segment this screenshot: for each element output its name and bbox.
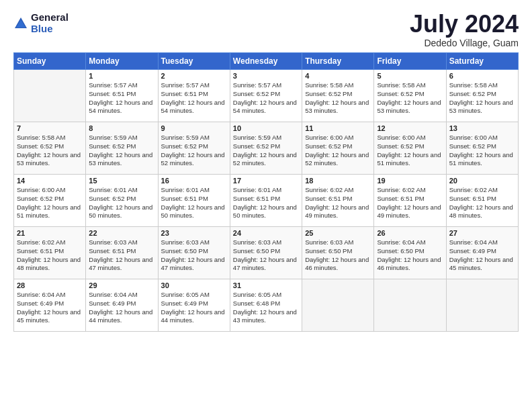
logo-blue: Blue xyxy=(31,24,69,35)
day-number: 30 xyxy=(161,281,227,289)
title-area: July 2024 Dededo Village, Guam xyxy=(410,12,519,48)
cell-info: Sunrise: 6:05 AMSunset: 6:49 PMDaylight:… xyxy=(161,291,227,325)
day-number: 1 xyxy=(89,72,154,80)
table-cell: 28 Sunrise: 6:04 AMSunset: 6:49 PMDaylig… xyxy=(14,279,86,332)
logo: General Blue xyxy=(13,12,69,34)
day-number: 16 xyxy=(161,177,227,185)
location-subtitle: Dededo Village, Guam xyxy=(410,38,519,48)
day-number: 25 xyxy=(305,229,371,237)
header-monday: Monday xyxy=(86,53,158,70)
cell-info: Sunrise: 5:57 AMSunset: 6:52 PMDaylight:… xyxy=(233,81,299,116)
table-cell: 31 Sunrise: 6:05 AMSunset: 6:48 PMDaylig… xyxy=(230,279,302,332)
header: General Blue July 2024 Dededo Village, G… xyxy=(13,12,519,48)
cell-info: Sunrise: 6:05 AMSunset: 6:48 PMDaylight:… xyxy=(233,291,299,325)
table-cell: 11 Sunrise: 6:00 AMSunset: 6:52 PMDaylig… xyxy=(302,122,374,175)
table-cell: 26 Sunrise: 6:04 AMSunset: 6:50 PMDaylig… xyxy=(374,227,446,279)
day-number: 22 xyxy=(89,229,154,237)
cell-info: Sunrise: 5:57 AMSunset: 6:51 PMDaylight:… xyxy=(161,81,227,116)
table-cell: 24 Sunrise: 6:03 AMSunset: 6:50 PMDaylig… xyxy=(230,227,302,279)
cell-info: Sunrise: 6:01 AMSunset: 6:51 PMDaylight:… xyxy=(233,186,299,220)
day-number: 8 xyxy=(89,124,154,132)
page-container: General Blue July 2024 Dededo Village, G… xyxy=(0,0,532,338)
day-number: 27 xyxy=(449,229,515,237)
table-cell: 5 Sunrise: 5:58 AMSunset: 6:52 PMDayligh… xyxy=(374,70,446,122)
day-number: 11 xyxy=(305,124,371,132)
day-number: 19 xyxy=(377,177,443,185)
day-number: 7 xyxy=(17,124,83,132)
cell-info: Sunrise: 6:01 AMSunset: 6:52 PMDaylight:… xyxy=(89,186,154,220)
week-row-4: 21 Sunrise: 6:02 AMSunset: 6:51 PMDaylig… xyxy=(14,227,519,279)
week-row-3: 14 Sunrise: 6:00 AMSunset: 6:52 PMDaylig… xyxy=(14,175,519,227)
day-number: 14 xyxy=(17,177,83,185)
cell-info: Sunrise: 6:03 AMSunset: 6:50 PMDaylight:… xyxy=(233,238,299,273)
table-cell: 14 Sunrise: 6:00 AMSunset: 6:52 PMDaylig… xyxy=(14,175,86,227)
logo-text: General Blue xyxy=(31,12,69,34)
table-cell: 17 Sunrise: 6:01 AMSunset: 6:51 PMDaylig… xyxy=(230,175,302,227)
table-cell xyxy=(374,279,446,332)
cell-info: Sunrise: 6:03 AMSunset: 6:50 PMDaylight:… xyxy=(305,238,371,273)
day-number: 17 xyxy=(233,177,299,185)
cell-info: Sunrise: 5:58 AMSunset: 6:52 PMDaylight:… xyxy=(17,134,83,168)
cell-info: Sunrise: 5:58 AMSunset: 6:52 PMDaylight:… xyxy=(305,81,371,116)
day-number: 18 xyxy=(305,177,371,185)
day-number: 5 xyxy=(377,72,443,80)
table-cell: 1 Sunrise: 5:57 AMSunset: 6:51 PMDayligh… xyxy=(86,70,158,122)
cell-info: Sunrise: 5:57 AMSunset: 6:51 PMDaylight:… xyxy=(89,81,154,116)
table-cell: 19 Sunrise: 6:02 AMSunset: 6:51 PMDaylig… xyxy=(374,175,446,227)
cell-info: Sunrise: 6:01 AMSunset: 6:51 PMDaylight:… xyxy=(161,186,227,220)
table-cell: 15 Sunrise: 6:01 AMSunset: 6:52 PMDaylig… xyxy=(86,175,158,227)
table-cell xyxy=(302,279,374,332)
header-saturday: Saturday xyxy=(446,53,518,70)
table-cell: 20 Sunrise: 6:02 AMSunset: 6:51 PMDaylig… xyxy=(446,175,518,227)
day-number: 29 xyxy=(89,281,154,289)
table-cell: 12 Sunrise: 6:00 AMSunset: 6:52 PMDaylig… xyxy=(374,122,446,175)
cell-info: Sunrise: 6:02 AMSunset: 6:51 PMDaylight:… xyxy=(305,186,371,220)
cell-info: Sunrise: 5:59 AMSunset: 6:52 PMDaylight:… xyxy=(89,134,154,168)
table-cell: 25 Sunrise: 6:03 AMSunset: 6:50 PMDaylig… xyxy=(302,227,374,279)
logo-icon xyxy=(13,16,28,31)
cell-info: Sunrise: 6:02 AMSunset: 6:51 PMDaylight:… xyxy=(17,238,83,273)
day-number: 10 xyxy=(233,124,299,132)
week-row-1: 1 Sunrise: 5:57 AMSunset: 6:51 PMDayligh… xyxy=(14,70,519,122)
calendar-table: Sunday Monday Tuesday Wednesday Thursday… xyxy=(13,52,519,332)
day-number: 24 xyxy=(233,229,299,237)
table-cell: 3 Sunrise: 5:57 AMSunset: 6:52 PMDayligh… xyxy=(230,70,302,122)
day-number: 3 xyxy=(233,72,299,80)
cell-info: Sunrise: 5:58 AMSunset: 6:52 PMDaylight:… xyxy=(377,81,443,116)
table-cell: 9 Sunrise: 5:59 AMSunset: 6:52 PMDayligh… xyxy=(158,122,230,175)
table-cell: 16 Sunrise: 6:01 AMSunset: 6:51 PMDaylig… xyxy=(158,175,230,227)
day-number: 9 xyxy=(161,124,227,132)
table-cell: 27 Sunrise: 6:04 AMSunset: 6:49 PMDaylig… xyxy=(446,227,518,279)
table-cell: 8 Sunrise: 5:59 AMSunset: 6:52 PMDayligh… xyxy=(86,122,158,175)
table-cell: 21 Sunrise: 6:02 AMSunset: 6:51 PMDaylig… xyxy=(14,227,86,279)
cell-info: Sunrise: 6:02 AMSunset: 6:51 PMDaylight:… xyxy=(377,186,443,220)
header-sunday: Sunday xyxy=(14,53,86,70)
cell-info: Sunrise: 6:04 AMSunset: 6:49 PMDaylight:… xyxy=(89,291,154,325)
day-number: 26 xyxy=(377,229,443,237)
cell-info: Sunrise: 6:03 AMSunset: 6:50 PMDaylight:… xyxy=(161,238,227,273)
header-thursday: Thursday xyxy=(302,53,374,70)
day-number: 6 xyxy=(449,72,515,80)
cell-info: Sunrise: 6:02 AMSunset: 6:51 PMDaylight:… xyxy=(449,186,515,220)
table-cell xyxy=(14,70,86,122)
cell-info: Sunrise: 6:03 AMSunset: 6:51 PMDaylight:… xyxy=(89,238,154,273)
day-number: 15 xyxy=(89,177,154,185)
cell-info: Sunrise: 6:00 AMSunset: 6:52 PMDaylight:… xyxy=(305,134,371,168)
header-tuesday: Tuesday xyxy=(158,53,230,70)
week-row-2: 7 Sunrise: 5:58 AMSunset: 6:52 PMDayligh… xyxy=(14,122,519,175)
day-number: 23 xyxy=(161,229,227,237)
cell-info: Sunrise: 6:04 AMSunset: 6:50 PMDaylight:… xyxy=(377,238,443,273)
table-cell: 23 Sunrise: 6:03 AMSunset: 6:50 PMDaylig… xyxy=(158,227,230,279)
cell-info: Sunrise: 6:04 AMSunset: 6:49 PMDaylight:… xyxy=(449,238,515,273)
days-header-row: Sunday Monday Tuesday Wednesday Thursday… xyxy=(14,53,519,70)
header-friday: Friday xyxy=(374,53,446,70)
table-cell: 22 Sunrise: 6:03 AMSunset: 6:51 PMDaylig… xyxy=(86,227,158,279)
table-cell: 13 Sunrise: 6:00 AMSunset: 6:52 PMDaylig… xyxy=(446,122,518,175)
day-number: 2 xyxy=(161,72,227,80)
cell-info: Sunrise: 5:59 AMSunset: 6:52 PMDaylight:… xyxy=(233,134,299,168)
table-cell: 7 Sunrise: 5:58 AMSunset: 6:52 PMDayligh… xyxy=(14,122,86,175)
day-number: 21 xyxy=(17,229,83,237)
table-cell: 6 Sunrise: 5:58 AMSunset: 6:52 PMDayligh… xyxy=(446,70,518,122)
day-number: 31 xyxy=(233,281,299,289)
table-cell: 29 Sunrise: 6:04 AMSunset: 6:49 PMDaylig… xyxy=(86,279,158,332)
